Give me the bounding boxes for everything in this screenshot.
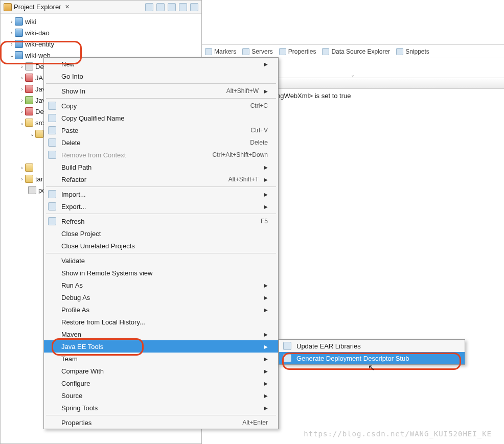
menu-item-build-path[interactable]: Build Path▶	[44, 161, 278, 173]
link-editor-icon[interactable]	[156, 3, 165, 11]
menu-separator	[46, 186, 276, 187]
menu-item-update-ear-libraries[interactable]: Update EAR Libraries	[279, 340, 465, 352]
expand-icon[interactable]: ›	[19, 165, 25, 171]
menu-item-restore-from-local-history[interactable]: Restore from Local History...	[44, 316, 278, 328]
tab-icon	[279, 48, 286, 55]
menu-item-show-in[interactable]: Show InAlt+Shift+W▶	[44, 85, 278, 97]
tab-icon	[205, 48, 212, 55]
menu-item-label: Close Unrelated Projects	[61, 242, 268, 250]
menu-item-profile-as[interactable]: Profile As▶	[44, 303, 278, 316]
expand-icon[interactable]: ›	[9, 41, 15, 47]
expand-icon[interactable]: ›	[19, 109, 25, 114]
submenu-arrow-icon: ▶	[264, 177, 268, 182]
view-menu-icon[interactable]	[168, 3, 176, 11]
web-icon	[15, 29, 23, 37]
watermark-text: https://blog.csdn.net/WANG_KUI520HEI_KE	[304, 430, 492, 438]
menu-item-label: Generate Deployment Descriptor Stub	[296, 355, 454, 362]
submenu-arrow-icon: ▶	[264, 192, 268, 197]
tree-item[interactable]: ›wiki-entity	[4, 38, 201, 50]
menu-item-label: Refresh	[61, 218, 261, 225]
submenu-arrow-icon: ▶	[264, 393, 268, 399]
context-submenu-java-ee-tools[interactable]: Update EAR LibrariesGenerate Deployment …	[279, 339, 465, 365]
expand-icon[interactable]: ›	[19, 98, 25, 103]
menu-item-run-as[interactable]: Run As▶	[44, 279, 278, 291]
menu-item-java-ee-tools[interactable]: Java EE Tools▶	[44, 340, 278, 353]
menu-item-close-unrelated-projects[interactable]: Close Unrelated Projects	[44, 240, 278, 252]
submenu-arrow-icon: ▶	[264, 295, 268, 300]
menu-item-label: Source	[61, 392, 259, 400]
menu-item-source[interactable]: Source▶	[44, 389, 278, 402]
tab-data-source-explorer[interactable]: Data Source Explorer	[322, 48, 390, 55]
expand-icon[interactable]: ⌄	[9, 53, 15, 58]
menu-item-import[interactable]: Import...▶	[44, 188, 278, 200]
minimize-icon[interactable]	[179, 3, 187, 11]
expand-icon[interactable]: ⌄	[29, 131, 35, 137]
menu-item-shortcut: Alt+Shift+T	[228, 176, 259, 183]
menu-item-icon	[48, 138, 56, 147]
menu-item-delete[interactable]: DeleteDelete	[44, 136, 278, 149]
menu-item-label: Show in Remote Systems view	[61, 269, 268, 277]
expand-icon[interactable]: ›	[19, 86, 25, 92]
expand-icon[interactable]: ›	[9, 19, 15, 25]
menu-item-go-into[interactable]: Go Into	[44, 70, 278, 82]
close-icon[interactable]: ✕	[65, 4, 70, 10]
expand-icon[interactable]: ›	[9, 30, 15, 36]
menu-item-maven[interactable]: Maven▶	[44, 328, 278, 340]
menu-item-close-project[interactable]: Close Project	[44, 227, 278, 240]
expand-icon[interactable]: ⌄	[19, 120, 25, 126]
menu-item-spring-tools[interactable]: Spring Tools▶	[44, 402, 278, 414]
tree-item[interactable]: ›wiki-dao	[4, 27, 201, 38]
submenu-arrow-icon: ▶	[264, 88, 268, 94]
menu-item-team[interactable]: Team▶	[44, 353, 278, 365]
menu-item-configure[interactable]: Configure▶	[44, 377, 278, 389]
xml-icon	[28, 186, 36, 194]
tab-markers[interactable]: Markers	[205, 48, 236, 55]
menu-item-label: Show In	[61, 87, 226, 95]
maximize-icon[interactable]	[190, 3, 198, 11]
menu-item-validate[interactable]: Validate	[44, 254, 278, 267]
menu-item-refactor[interactable]: RefactorAlt+Shift+T▶	[44, 173, 278, 185]
menu-item-debug-as[interactable]: Debug As▶	[44, 291, 278, 303]
context-menu[interactable]: New▶Go IntoShow InAlt+Shift+W▶CopyCtrl+C…	[43, 57, 279, 429]
collapse-all-icon[interactable]	[145, 3, 153, 11]
panel-toolbar	[145, 3, 198, 11]
tab-icon	[322, 48, 329, 55]
menu-item-label: Run As	[61, 282, 259, 289]
menu-item-label: Remove from Context	[61, 151, 213, 159]
tree-item-label: src	[35, 119, 44, 127]
expand-icon[interactable]: ›	[19, 75, 25, 81]
menu-item-icon	[48, 190, 56, 198]
menu-item-export[interactable]: Export...▶	[44, 200, 278, 213]
tab-snippets[interactable]: Snippets	[396, 48, 429, 55]
tab-icon	[396, 48, 403, 55]
menu-item-shortcut: Delete	[250, 139, 268, 146]
tree-item[interactable]: ›wiki	[4, 16, 201, 27]
menu-item-show-in-remote-systems-view[interactable]: Show in Remote Systems view	[44, 267, 278, 279]
menu-item-refresh[interactable]: RefreshF5	[44, 215, 278, 227]
submenu-arrow-icon: ▶	[264, 405, 268, 411]
menu-item-new[interactable]: New▶	[44, 58, 278, 70]
tab-servers[interactable]: Servers	[242, 48, 272, 55]
menu-item-label: Compare With	[61, 367, 259, 375]
folder-icon	[35, 130, 43, 138]
menu-item-properties[interactable]: PropertiesAlt+Enter	[44, 416, 278, 429]
menu-item-icon	[48, 202, 56, 211]
tab-label: Data Source Explorer	[331, 48, 390, 55]
menu-item-label: Paste	[61, 127, 250, 134]
menu-item-icon	[48, 217, 56, 225]
menu-item-copy[interactable]: CopyCtrl+C	[44, 100, 278, 112]
submenu-arrow-icon: ▶	[264, 368, 268, 374]
menu-item-compare-with[interactable]: Compare With▶	[44, 365, 278, 377]
web-icon	[15, 40, 23, 48]
web-icon	[15, 51, 23, 59]
menu-item-label: Validate	[61, 257, 268, 265]
expand-icon[interactable]: ›	[19, 176, 25, 182]
tab-properties[interactable]: Properties	[279, 48, 316, 55]
menu-item-copy-qualified-name[interactable]: Copy Qualified Name	[44, 112, 278, 124]
menu-item-label: Update EAR Libraries	[296, 342, 454, 350]
menu-item-paste[interactable]: PasteCtrl+V	[44, 124, 278, 136]
tree-item-label: wiki	[25, 18, 36, 26]
panel-title: Project Explorer	[14, 3, 61, 11]
menu-item-label: Refactor	[61, 176, 228, 183]
expand-icon[interactable]: ›	[19, 64, 25, 69]
